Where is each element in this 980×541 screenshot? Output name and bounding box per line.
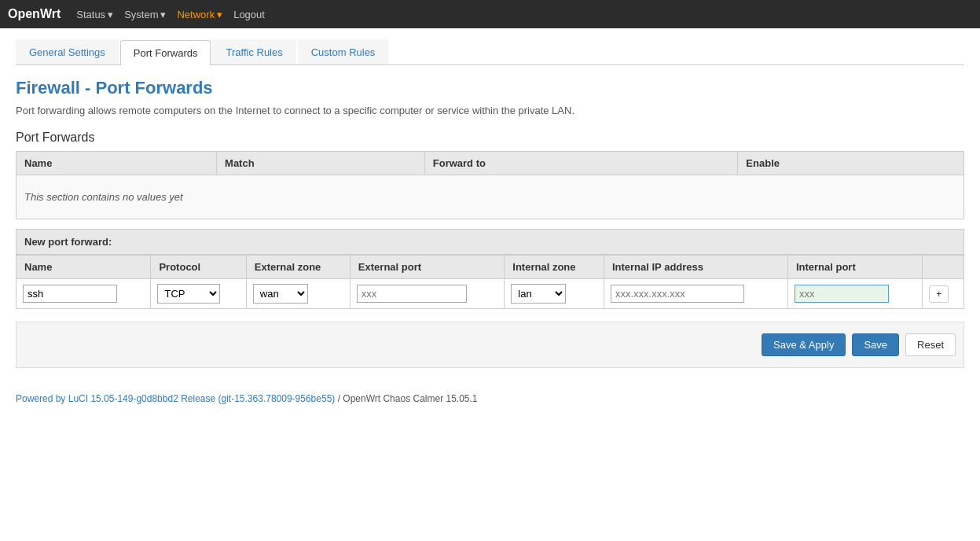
save-button[interactable]: Save <box>852 333 899 356</box>
col-header-forward: Forward to <box>424 152 738 175</box>
nf-col-name: Name <box>17 256 151 279</box>
nf-name-input[interactable] <box>23 285 117 303</box>
section-title: Port Forwards <box>16 131 964 145</box>
footer-suffix: / OpenWrt Chaos Calmer 15.05.1 <box>338 393 478 404</box>
system-arrow-icon: ▾ <box>160 9 166 20</box>
tab-custom-rules[interactable]: Custom Rules <box>298 39 389 64</box>
nf-ext-port-cell <box>350 279 504 309</box>
nf-int-ip-input[interactable] <box>611 285 744 303</box>
col-header-match: Match <box>217 152 425 175</box>
port-forwards-table: Name Match Forward to Enable <box>16 151 964 175</box>
nf-ext-port-input[interactable] <box>357 285 467 303</box>
nf-protocol-cell: TCP UDP TCP+UDP <box>151 279 246 309</box>
tab-traffic-rules[interactable]: Traffic Rules <box>212 39 295 64</box>
col-header-name: Name <box>17 152 217 175</box>
tab-bar: General Settings Port Forwards Traffic R… <box>16 39 964 65</box>
reset-button[interactable]: Reset <box>905 333 956 356</box>
nf-add-cell: + <box>923 279 964 309</box>
new-port-forward-section: New port forward: Name Protocol External… <box>16 229 964 309</box>
nf-col-int-port: Internal port <box>787 256 922 279</box>
nf-int-port-input[interactable] <box>795 285 889 303</box>
nf-int-zone-select[interactable]: lan wan <box>511 284 566 304</box>
new-forward-table: Name Protocol External zone External por… <box>16 255 964 309</box>
nf-col-int-zone: Internal zone <box>505 256 604 279</box>
save-apply-button[interactable]: Save & Apply <box>762 333 846 356</box>
nf-int-port-cell <box>787 279 922 309</box>
nf-name-cell <box>17 279 151 309</box>
nf-ext-zone-cell: wan lan <box>246 279 350 309</box>
nf-protocol-select[interactable]: TCP UDP TCP+UDP <box>157 284 220 304</box>
new-forward-header: New port forward: <box>16 229 964 255</box>
main-content: Firewall - Port Forwards Port forwarding… <box>0 65 980 381</box>
footer-link[interactable]: Powered by LuCI 15.05-149-g0d8bbd2 Relea… <box>16 393 335 404</box>
action-button-bar: Save & Apply Save Reset <box>16 322 964 368</box>
page-title: Firewall - Port Forwards <box>16 78 964 98</box>
tab-port-forwards[interactable]: Port Forwards <box>120 40 211 65</box>
page-description: Port forwarding allows remote computers … <box>16 105 964 116</box>
nav-status[interactable]: Status ▾ <box>76 9 113 20</box>
nav-system[interactable]: System ▾ <box>124 9 166 20</box>
nf-ext-zone-select[interactable]: wan lan <box>253 284 308 304</box>
nf-col-ext-zone: External zone <box>246 256 350 279</box>
nav-logout[interactable]: Logout <box>233 9 265 20</box>
nf-col-ext-port: External port <box>350 256 504 279</box>
nf-col-action <box>923 256 964 279</box>
nf-int-ip-cell <box>604 279 787 309</box>
nav-network[interactable]: Network ▾ <box>177 9 222 20</box>
empty-message: This section contains no values yet <box>16 175 964 219</box>
nf-add-button[interactable]: + <box>929 285 949 303</box>
new-forward-form-row: TCP UDP TCP+UDP wan lan <box>17 279 964 309</box>
nf-col-int-ip: Internal IP address <box>604 256 787 279</box>
brand-logo: OpenWrt <box>8 7 61 21</box>
nf-col-protocol: Protocol <box>151 256 246 279</box>
col-header-enable: Enable <box>738 152 964 175</box>
footer: Powered by LuCI 15.05-149-g0d8bbd2 Relea… <box>0 381 980 417</box>
tab-general-settings[interactable]: General Settings <box>16 39 119 64</box>
nf-int-zone-cell: lan wan <box>505 279 604 309</box>
top-navigation: OpenWrt Status ▾ System ▾ Network ▾ Logo… <box>0 0 980 28</box>
status-arrow-icon: ▾ <box>108 9 113 20</box>
network-arrow-icon: ▾ <box>217 9 222 20</box>
